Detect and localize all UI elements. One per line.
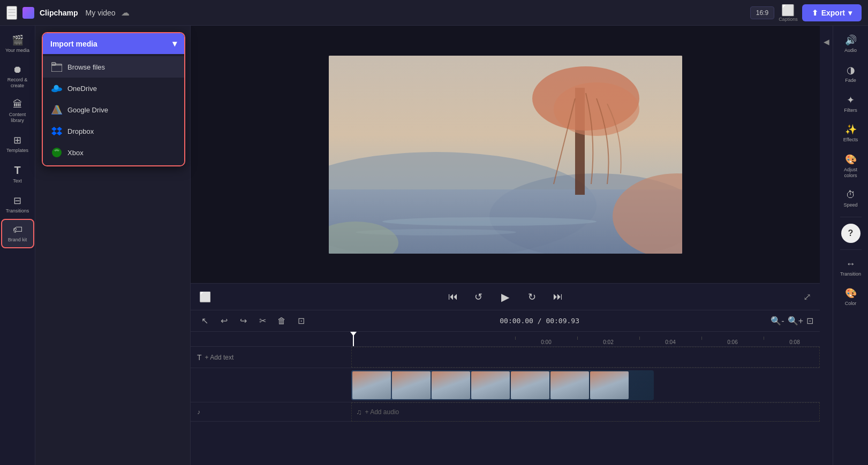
right-panel-transition[interactable]: ↔ Transition (835, 254, 866, 281)
timeline-zoom-controls: 🔍- 🔍+ ⊡ (771, 316, 813, 326)
right-panel-fade[interactable]: ◑ Fade (835, 60, 866, 88)
right-panel-filters[interactable]: ✦ Filters (835, 90, 866, 118)
svg-marker-10 (51, 127, 57, 131)
svg-point-25 (554, 82, 639, 136)
clip-thumb-6 (550, 371, 589, 399)
skip-forward-button[interactable]: ⏭ (549, 288, 567, 306)
text-track-content[interactable] (351, 347, 820, 368)
fullscreen-button[interactable]: ⤢ (803, 291, 811, 303)
record-create-icon: ⏺ (13, 64, 22, 75)
right-panel-color[interactable]: 🎨 Color (835, 283, 866, 311)
timeline-content: 0:00 0:02 0:04 0:06 0:08 0:10 0:12 0:14 … (191, 332, 820, 465)
right-panel-adjust-colors[interactable]: 🎨 Adjustcolors (835, 149, 866, 183)
audio-track-content[interactable]: ♫ + Add audio (351, 402, 820, 422)
aspect-ratio-button[interactable]: 16:9 (750, 6, 774, 19)
sidebar-item-label-text: Text (13, 178, 22, 184)
hamburger-menu[interactable]: ☰ (6, 6, 17, 20)
right-sidebar: 🔊 Audio ◑ Fade ✦ Filters ✨ Effects 🎨 Adj… (833, 26, 868, 465)
collapse-panel-button[interactable]: ◀ (820, 26, 833, 58)
sidebar-item-content-library[interactable]: 🏛 Contentlibrary (2, 95, 33, 128)
video-frame-visual (329, 56, 682, 254)
clipchamp-logo-icon (22, 7, 34, 19)
cut-button[interactable]: ✂ (255, 314, 270, 329)
split-button[interactable]: ⊡ (293, 314, 308, 329)
cursor-tool-button[interactable]: ↖ (197, 314, 212, 329)
import-option-google-drive[interactable]: Google Drive (43, 99, 184, 120)
onedrive-icon (51, 83, 62, 94)
skip-back-button[interactable]: ⏮ (444, 288, 462, 306)
ruler-marker-8: 0:08 (764, 339, 820, 346)
sidebar-item-templates[interactable]: ⊞ Templates (2, 130, 33, 158)
screen-mode-button[interactable]: ⬜ (199, 291, 211, 303)
text-icon: T (14, 164, 20, 177)
timeline-area: ↖ ↩ ↪ ✂ 🗑 ⊡ 00:00.00 / 00:09.93 🔍- 🔍+ ⊡ (191, 310, 820, 465)
svg-point-18 (329, 152, 597, 254)
transitions-icon: ⊟ (13, 195, 21, 207)
zoom-out-button[interactable]: 🔍- (771, 316, 784, 326)
import-chevron-icon: ▾ (172, 39, 177, 49)
svg-point-22 (356, 229, 516, 235)
undo-button[interactable]: ↩ (216, 314, 231, 329)
captions-icon: ⬜ (781, 4, 795, 17)
rewind-button[interactable]: ↺ (470, 288, 487, 306)
add-text-button[interactable]: + Add text (205, 354, 234, 361)
fade-panel-label: Fade (845, 78, 856, 83)
export-icon: ⬆ (812, 9, 818, 17)
music-icon: ♫ (356, 408, 362, 416)
video-tree-overlay (329, 56, 682, 254)
sidebar-item-your-media[interactable]: 🎬 Your media (2, 30, 33, 58)
sidebar-item-text[interactable]: T Text (2, 160, 33, 188)
effects-panel-icon: ✨ (845, 124, 857, 135)
text-track-icon: T (197, 353, 202, 362)
playhead[interactable] (353, 332, 354, 346)
project-title[interactable]: My video (86, 9, 116, 17)
captions-label: Captions (779, 17, 798, 22)
video-track-content (351, 368, 820, 402)
import-option-dropbox[interactable]: Dropbox (43, 120, 184, 142)
forward-button[interactable]: ↻ (524, 288, 541, 306)
sidebar-item-label-your-media: Your media (5, 48, 29, 54)
import-media-button[interactable]: Import media ▾ (43, 33, 184, 54)
svg-point-21 (382, 217, 597, 226)
zoom-in-button[interactable]: 🔍+ (788, 316, 803, 326)
timecode-display: 00:00.00 / 00:09.93 (313, 317, 766, 325)
ruler-marker-0: 0:00 (515, 339, 577, 346)
svg-marker-14 (57, 131, 62, 135)
sidebar-item-transitions[interactable]: ⊟ Transitions (2, 190, 33, 218)
play-pause-button[interactable]: ▶ (496, 287, 515, 307)
right-panel-audio[interactable]: 🔊 Audio (835, 30, 866, 58)
help-button[interactable]: ? (841, 224, 861, 243)
video-clip[interactable] (351, 370, 654, 400)
sidebar-item-brand-kit[interactable]: 🏷 Brand kit (2, 220, 33, 247)
fade-panel-icon: ◑ (847, 64, 855, 76)
captions-button[interactable]: ⬜ Captions (779, 4, 798, 22)
ruler-track: 0:00 0:02 0:04 0:06 0:08 0:10 0:12 0:14 … (515, 332, 820, 346)
playback-controls: ⬜ ⏮ ↺ ▶ ↻ ⏭ ⤢ (191, 283, 820, 310)
right-panel-effects[interactable]: ✨ Effects (835, 119, 866, 147)
svg-point-4 (54, 85, 59, 90)
import-option-onedrive[interactable]: OneDrive (43, 78, 184, 99)
right-panel-speed[interactable]: ⏱ Speed (835, 185, 866, 212)
effects-panel-label: Effects (843, 137, 858, 143)
center-content: ⬜ ⏮ ↺ ▶ ↻ ⏭ ⤢ ↖ ↩ ↪ ✂ 🗑 ⊡ 00:00.00 / 00:… (191, 26, 820, 465)
import-option-browse-files[interactable]: Browse files (43, 56, 184, 78)
adjust-colors-panel-label: Adjustcolors (844, 167, 857, 179)
sidebar-item-label-content: Contentlibrary (9, 112, 26, 124)
speed-panel-label: Speed (843, 202, 857, 208)
delete-button[interactable]: 🗑 (274, 314, 289, 329)
main-content: 🎬 Your media ⏺ Record &create 🏛 Contentl… (0, 26, 868, 465)
import-option-xbox[interactable]: Xbox (43, 142, 184, 163)
filters-panel-icon: ✦ (847, 94, 855, 106)
sidebar-item-record-create[interactable]: ⏺ Record &create (2, 60, 33, 93)
fit-timeline-button[interactable]: ⊡ (806, 316, 813, 326)
redo-button[interactable]: ↪ (236, 314, 251, 329)
clip-thumb-5 (511, 371, 549, 399)
adjust-colors-panel-icon: 🎨 (845, 154, 857, 165)
add-audio-button[interactable]: + Add audio (365, 408, 399, 416)
export-button[interactable]: ⬆ Export ▾ (802, 4, 862, 21)
clip-thumb-2 (392, 371, 431, 399)
text-track-label: T + Add text (191, 353, 351, 362)
right-sidebar-divider-2 (840, 249, 862, 250)
content-library-icon: 🏛 (13, 99, 22, 110)
ruler-marker-6: 0:06 (701, 339, 764, 346)
